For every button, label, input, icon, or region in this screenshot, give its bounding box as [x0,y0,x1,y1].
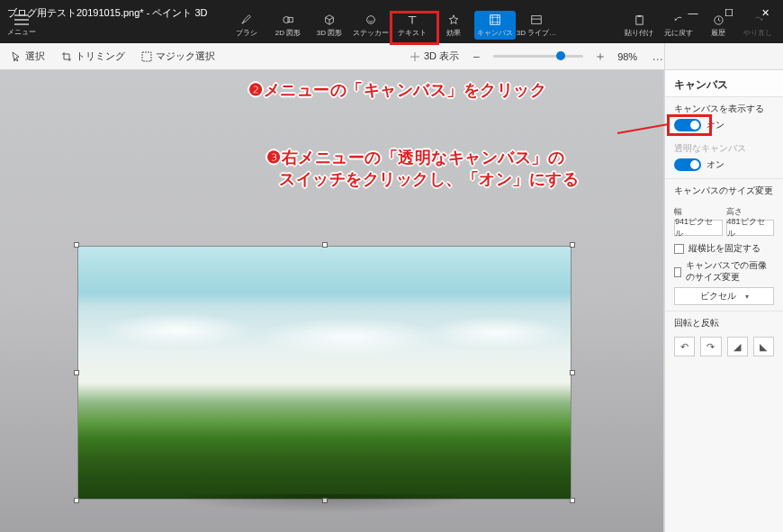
resize-handle-tm[interactable] [322,242,328,248]
annotation-step2-text: ❷メニューの「キャンバス」をクリック [248,79,546,101]
paste-button[interactable]: 貼り付け [623,14,655,38]
canvas-image[interactable] [77,246,572,500]
redo-label: やり直し [743,28,772,38]
resize-handle-mr[interactable] [570,370,575,375]
tab-3d-shapes[interactable]: 3D 図形 [309,11,350,40]
panel-title: キャンバス [665,70,783,97]
canvas-shadow [140,494,508,521]
checkbox-icon [674,244,684,254]
rotate-right-button[interactable]: ↷ [700,337,721,356]
view-3d-toggle[interactable]: 3D 表示 [410,50,459,63]
svg-point-2 [367,15,375,23]
annotation-highlight-transparent-toggle [667,114,712,136]
shapes-3d-icon [323,14,336,26]
tab-library-label: 3D ライブ… [517,28,556,38]
effects-icon [447,14,460,26]
resize-with-image-checkbox[interactable]: キャンバスでの画像のサイズ変更 [674,260,774,284]
resize-section-title: キャンパスのサイズ変更 [665,178,783,199]
resize-handle-bl[interactable] [74,498,79,503]
annotation-step3a-text: ❸右メニューの「透明なキャンバス」の [266,147,564,168]
resize-handle-tr[interactable] [570,242,575,248]
zoom-out-button[interactable]: − [470,50,482,64]
canvas-workarea[interactable] [0,70,664,532]
unit-value: ピクセル [700,290,736,302]
annotation-step3b-text: スイッチをクリックし、「オン」にする [279,168,579,190]
crop-tool[interactable]: トリミング [61,50,125,63]
width-input[interactable]: 941ピクセル [674,220,723,236]
annotation-highlight-canvas-tab [390,11,439,45]
magic-icon [141,51,152,62]
history-button[interactable]: 履歴 [702,14,734,38]
tab-sticker-label: ステッカー [353,28,389,38]
tab-sticker[interactable]: ステッカー [350,11,392,40]
svg-rect-8 [142,52,151,61]
paste-label: 貼り付け [625,28,653,38]
resize-handle-ml[interactable] [74,370,79,375]
zoom-slider[interactable] [493,55,583,58]
unit-select[interactable]: ピクセル [674,287,774,305]
redo-icon [752,14,764,26]
svg-rect-5 [635,16,642,24]
undo-icon [673,14,685,26]
tab-canvas[interactable]: キャンバス [474,11,516,40]
redo-button[interactable]: やり直し [742,14,774,38]
checkbox-icon [674,267,681,277]
tab-brush-label: ブラシ [236,28,257,38]
svg-rect-6 [637,15,641,17]
ribbon-right: 貼り付け 元に戻す 履歴 やり直し [623,14,774,38]
rotate-section-title: 回転と反転 [665,311,783,331]
image-clouds [78,312,571,357]
zoom-in-button[interactable]: ＋ [594,49,607,65]
select-tool[interactable]: 選択 [11,50,45,63]
lock-aspect-label: 縦横比を固定する [688,243,760,255]
transparent-canvas-state: オン [706,158,724,171]
more-button[interactable]: … [652,50,663,63]
brush-icon [240,14,253,26]
magic-label: マジック選択 [156,50,215,63]
history-icon [713,14,724,26]
rotate-left-button[interactable]: ↶ [674,337,695,356]
tab-canvas-label: キャンバス [477,28,513,38]
canvas-selection[interactable] [77,246,572,500]
tab-3d-label: 3D 図形 [317,28,342,38]
flip-vertical-button[interactable]: ◣ [753,337,774,356]
resize-handle-br[interactable] [570,498,575,503]
height-input[interactable]: 481ピクセル [726,220,775,236]
crop-icon [61,51,72,62]
tab-brush[interactable]: ブラシ [226,11,267,40]
tab-2d-shapes[interactable]: 2D 図形 [267,11,309,40]
resize-img-label: キャンバスでの画像のサイズ変更 [686,260,774,284]
canvas-icon [489,14,501,26]
transparent-canvas-toggle[interactable] [674,158,701,171]
history-label: 履歴 [711,28,725,38]
undo-label: 元に戻す [664,28,693,38]
tab-3d-library[interactable]: 3D ライブ… [516,11,557,40]
view3d-label: 3D 表示 [424,50,459,63]
magic-select-tool[interactable]: マジック選択 [141,50,215,63]
sticker-icon [364,14,377,26]
lock-aspect-checkbox[interactable]: 縦横比を固定する [674,243,774,255]
tab-2d-label: 2D 図形 [275,28,301,38]
show-canvas-label: キャンバスを表示する [674,103,774,115]
select-label: 選択 [25,50,45,63]
cursor-icon [11,51,22,62]
zoom-percent: 98% [617,51,637,62]
tab-effects-label: 効果 [446,28,461,38]
transparent-canvas-label: 透明なキャンバス [674,142,774,155]
svg-rect-3 [490,14,500,24]
zoom-thumb[interactable] [556,51,565,60]
svg-rect-4 [532,15,542,23]
view3d-icon [410,51,420,62]
undo-button[interactable]: 元に戻す [662,14,695,38]
paste-icon [634,14,645,26]
resize-handle-tl[interactable] [74,242,79,248]
shapes-2d-icon [282,14,294,26]
flip-horizontal-button[interactable]: ◢ [727,337,748,356]
library-icon [530,14,543,26]
crop-label: トリミング [76,50,125,63]
